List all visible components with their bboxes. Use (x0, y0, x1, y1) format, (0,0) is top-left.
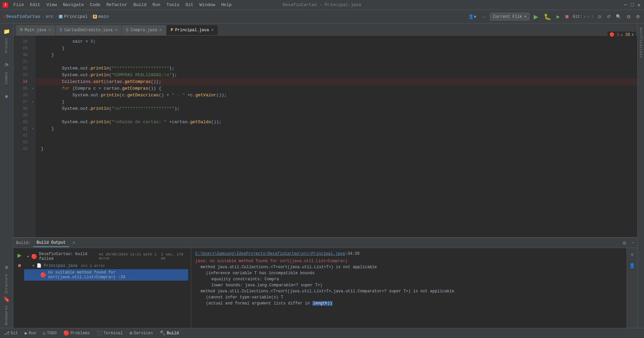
gutter-30 (30, 52, 36, 58)
menu-run[interactable]: Run (150, 1, 163, 9)
revert-button[interactable]: ↺ (605, 13, 612, 20)
tab-cartao-close[interactable]: × (115, 28, 117, 33)
build-bottom-button[interactable]: 🔨 Build (158, 330, 180, 337)
sidebar-vcs-section: ◉ (0, 91, 13, 102)
bottom-bar: ⎇ Git ▶ Run ☑ TODO 🔴 Problems ⬛ Terminal… (0, 328, 644, 338)
project-tree-icon: 📁 (3, 28, 10, 35)
error-chevron[interactable]: ∧ (632, 32, 634, 37)
line-numbers: 28 29 30 31 32 33 34 35 36 37 38 39 40 4… (13, 36, 30, 237)
build-tree-root[interactable]: ▾ 🔴 DesafioCartao: build failed At 25/05… (24, 251, 188, 262)
gutter-31 (30, 58, 36, 65)
terminal-bottom-button[interactable]: ⬛ Terminal (95, 330, 124, 337)
output-line-link: C:\Users\Samsung\IdeaProjects\DesafioCar… (195, 251, 623, 257)
search-button[interactable]: 🔍 (614, 13, 623, 20)
terminal-bottom-label: Terminal (104, 331, 123, 336)
user-button[interactable]: 👤▾ (467, 13, 478, 20)
settings-button[interactable]: ⚙ (635, 13, 641, 20)
file-link[interactable]: C:\Users\Samsung\IdeaProjects\DesafioCar… (195, 251, 345, 256)
maximize-button[interactable]: □ (630, 3, 635, 7)
sidebar-bookmarks-label: Bookmarks (5, 305, 8, 325)
breadcrumb-sep2: › (55, 14, 57, 19)
run-bottom-button[interactable]: ▶ Run (23, 330, 38, 337)
navigate-back-button[interactable]: ← (480, 13, 487, 20)
profile-button[interactable]: ⊙ (626, 13, 632, 20)
gutter-41: ▾ (30, 126, 36, 132)
debug-button[interactable]: 🐛 (542, 12, 552, 22)
code-content[interactable]: sair = 0; } } System.out.println("******… (36, 36, 637, 237)
sidebar-vcs-icon[interactable]: ◉ (1, 91, 12, 102)
menu-edit[interactable]: Edit (27, 1, 43, 9)
menu-help[interactable]: Help (218, 1, 234, 9)
sidebar-structure-section: ≡ Structure 🔖 Bookmarks (0, 262, 13, 328)
breadcrumb: J DesafioCartao › src › C Principal › m … (3, 14, 109, 19)
root-text: DesafioCartao: build failed (39, 252, 94, 261)
tab-main-close[interactable]: × (48, 28, 51, 33)
tab-cartao[interactable]: C CartaoDeCredito.java × (56, 25, 121, 35)
menu-build[interactable]: Build (131, 1, 149, 9)
services-bottom-icon: ⚙ (129, 330, 132, 336)
git-push[interactable]: ↑ (591, 14, 594, 19)
tab-principal-label: Principal.java (175, 28, 209, 33)
build-tree-file[interactable]: ▾ 📄 Principal.java src 1 error (24, 262, 188, 269)
build-minimize-icon[interactable]: − (631, 240, 635, 246)
menu-window[interactable]: Window (197, 1, 218, 9)
tab-main[interactable]: M Main.java × (16, 25, 55, 35)
coverage-button[interactable]: ▶ (555, 13, 561, 20)
close-button[interactable]: ✕ (637, 3, 641, 7)
toolbar: J DesafioCartao › src › C Principal › m … (0, 10, 644, 23)
error-indicator[interactable]: 🔴 1 ⚠ 26 ∧ (607, 32, 636, 38)
menu-navigate[interactable]: Navigate (60, 1, 87, 9)
build-stop-button[interactable]: ■ (16, 261, 23, 270)
tab-principal-close[interactable]: × (211, 28, 214, 33)
sidebar-project-icon[interactable]: 📁 (1, 26, 12, 37)
file-java-icon: 📄 (37, 263, 42, 268)
todo-bottom-button[interactable]: ☑ TODO (42, 330, 58, 337)
sidebar-structure-icon[interactable]: ≡ (1, 262, 12, 273)
line-num-37: 37 (13, 99, 28, 105)
sidebar-commit-icon[interactable]: ⟳ (1, 60, 12, 70)
menu-tools[interactable]: Tools (164, 1, 182, 9)
services-bottom-button[interactable]: ⚙ Services (128, 330, 154, 337)
build-output-tab[interactable]: Build Output (33, 239, 69, 247)
breadcrumb-class[interactable]: Principal (64, 14, 88, 19)
menu-git[interactable]: Git (183, 1, 196, 9)
sidebar-bookmarks-icon[interactable]: 🔖 (1, 294, 12, 305)
code-line-28: sair = 0; (41, 39, 96, 44)
line-num-36: 36 (13, 92, 28, 99)
breadcrumb-src[interactable]: src (46, 14, 53, 19)
toolbar-right: 👤▾ ← Current File ▾ ▶ 🐛 ▶ ■ Git: ✓ ✓ ↑ ⊙… (467, 12, 641, 22)
tab-principal-icon: P (171, 28, 173, 33)
history-button[interactable]: ⊙ (596, 13, 603, 20)
sidebar-project-section: 📁 Project (0, 26, 13, 53)
build-rp-icon1[interactable]: ≡ (628, 251, 636, 259)
tab-compra[interactable]: C Compra.java × (122, 25, 166, 35)
code-line-35: for (Compra c = cartao.getCompras()) { (41, 86, 161, 91)
gutter-28 (30, 38, 36, 45)
current-file-dropdown[interactable]: Current File ▾ (490, 13, 530, 20)
stop-button[interactable]: ■ (564, 12, 570, 21)
breadcrumb-method[interactable]: main (98, 14, 109, 19)
line-num-32: 32 (13, 65, 28, 72)
gutter-29 (30, 45, 36, 52)
build-run-button[interactable]: ▶ (16, 251, 23, 260)
menu-refactor[interactable]: Refactor (104, 1, 130, 9)
tab-principal[interactable]: P Principal.java × (167, 25, 218, 35)
tab-compra-close[interactable]: × (159, 28, 162, 33)
minimize-button[interactable]: ─ (623, 3, 628, 7)
project-name[interactable]: DesafioCartao (6, 14, 40, 19)
run-button[interactable]: ▶ (532, 12, 540, 22)
build-rp-icon2[interactable]: 👤 (628, 261, 636, 270)
code-line-34: Collections.sort(cartao.getCompras()); (36, 79, 637, 85)
build-tree-error[interactable]: 🔴 no suitable method found for sort(java… (24, 269, 188, 281)
problems-bottom-button[interactable]: 🔴 Problems (62, 330, 91, 337)
menu-file[interactable]: File (11, 1, 26, 9)
editor-container: M Main.java × C CartaoDeCredito.java × C… (13, 23, 637, 328)
git-bottom-button[interactable]: ⎇ Git (3, 330, 19, 337)
line-num-40: 40 (13, 119, 28, 126)
code-line-32: System.out.println("********************… (41, 66, 174, 71)
structure-icon: ≡ (5, 265, 8, 271)
menu-code[interactable]: Code (87, 1, 103, 9)
menu-view[interactable]: View (44, 1, 59, 9)
build-tab-close[interactable]: × (72, 240, 75, 246)
build-settings-icon[interactable]: ⚙ (623, 240, 626, 246)
